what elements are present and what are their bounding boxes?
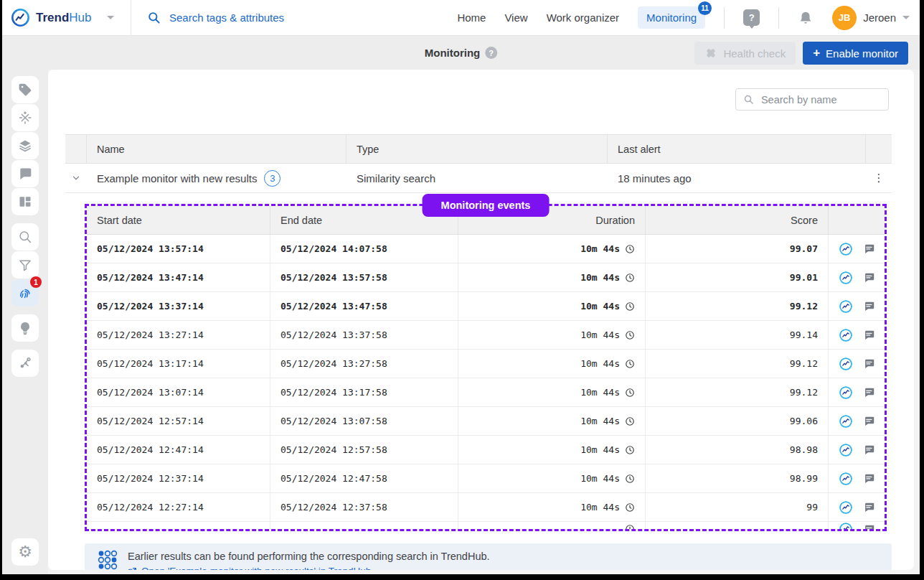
search-icon xyxy=(18,230,32,244)
comment-button[interactable] xyxy=(864,386,876,398)
clock-icon xyxy=(625,388,635,398)
comment-button[interactable] xyxy=(864,472,876,485)
brand-caret-icon[interactable] xyxy=(107,16,114,19)
comment-button[interactable] xyxy=(864,501,876,513)
clock-icon xyxy=(625,330,635,340)
open-trend-button[interactable] xyxy=(839,522,853,529)
sidebar-item-ideas[interactable] xyxy=(11,314,39,342)
monitor-name-cell: Example monitor with new results 3 xyxy=(87,164,346,192)
sidebar-item-layers[interactable] xyxy=(11,132,39,159)
divider xyxy=(778,7,779,29)
enable-monitor-button[interactable]: + Enable monitor xyxy=(803,42,908,65)
event-actions xyxy=(829,493,885,521)
event-score: 99.12 xyxy=(646,350,829,378)
global-search-input[interactable] xyxy=(168,11,326,24)
sidebar-item-transform[interactable] xyxy=(11,104,39,131)
event-end-date: 05/12/2024 12:37:58 xyxy=(270,493,458,521)
event-start-date: 05/12/2024 13:17:14 xyxy=(87,350,270,378)
event-start-date xyxy=(87,522,270,529)
comment-button[interactable] xyxy=(864,243,876,255)
monitor-search-input[interactable] xyxy=(760,93,881,106)
chevron-down-icon xyxy=(71,173,81,183)
comment-icon xyxy=(864,415,876,427)
trend-chart-icon xyxy=(839,271,853,285)
open-trend-button[interactable] xyxy=(839,271,853,285)
help-icon[interactable]: ? xyxy=(743,9,760,26)
plus-icon: + xyxy=(813,46,820,60)
comment-button[interactable] xyxy=(864,271,876,284)
nav-work-organizer[interactable]: Work organizer xyxy=(547,11,619,24)
nav-monitoring[interactable]: Monitoring11 xyxy=(638,6,705,29)
open-trend-button[interactable] xyxy=(839,472,853,486)
sidebar-item-settings[interactable]: ⚙ xyxy=(11,538,39,566)
comment-icon xyxy=(18,167,32,181)
clock-icon xyxy=(625,416,635,426)
dashboard-icon xyxy=(18,195,32,209)
sidebar-item-filter[interactable] xyxy=(11,251,39,279)
comment-button[interactable] xyxy=(864,444,876,456)
open-trend-button[interactable] xyxy=(839,385,853,400)
event-end-date: 05/12/2024 13:17:58 xyxy=(270,378,458,406)
row-expander[interactable] xyxy=(65,164,87,192)
open-trend-button[interactable] xyxy=(839,443,853,457)
comment-button[interactable] xyxy=(864,329,876,341)
clock-icon xyxy=(625,474,635,484)
event-actions xyxy=(829,350,885,378)
health-check-button[interactable]: Health check xyxy=(694,42,796,65)
clock-icon xyxy=(625,524,635,529)
event-actions xyxy=(829,522,885,529)
row-kebab-menu[interactable]: ⋮ xyxy=(866,164,892,192)
event-duration: 10m 44s xyxy=(458,464,646,492)
duration-value: 10m 44s xyxy=(580,473,620,484)
external-link-icon xyxy=(128,567,137,571)
event-end-date: 05/12/2024 13:37:58 xyxy=(270,321,458,349)
comment-button[interactable] xyxy=(864,523,876,530)
event-duration: 10m 44s xyxy=(458,235,646,263)
event-duration: 10m 44s xyxy=(458,350,646,378)
monitor-row[interactable]: Example monitor with new results 3 Simil… xyxy=(65,164,892,193)
event-duration: 10m 44s xyxy=(458,292,646,320)
sidebar-item-dashboard[interactable] xyxy=(11,188,39,215)
nav-monitoring-label: Monitoring xyxy=(646,11,697,24)
monitor-search-field xyxy=(735,88,889,111)
nav-home[interactable]: Home xyxy=(457,11,486,24)
trend-chart-icon xyxy=(839,522,853,529)
event-row: 05/12/2024 13:37:14 05/12/2024 13:47:58 … xyxy=(87,292,885,321)
user-menu-caret-icon xyxy=(902,16,910,19)
open-trend-button[interactable] xyxy=(839,299,853,314)
search-icon xyxy=(147,11,161,24)
comment-button[interactable] xyxy=(864,415,876,427)
open-in-trendhub-link[interactable]: Open 'Example monitor with new results' … xyxy=(141,566,371,570)
comment-icon xyxy=(864,386,876,398)
event-start-date: 05/12/2024 12:37:14 xyxy=(87,464,270,492)
duration-value: 10m 44s xyxy=(580,387,620,398)
clock-icon xyxy=(625,244,635,254)
notifications-bell-icon[interactable] xyxy=(798,10,814,26)
monitor-type-cell: Similarity search xyxy=(346,164,608,192)
open-trend-button[interactable] xyxy=(839,242,853,256)
sidebar-item-tags[interactable] xyxy=(11,76,39,103)
user-menu[interactable]: JB Jeroen xyxy=(832,6,910,30)
sidebar-item-search[interactable] xyxy=(11,223,39,251)
event-row: 05/12/2024 12:57:14 05/12/2024 13:07:58 … xyxy=(87,407,885,436)
open-trend-button[interactable] xyxy=(839,500,853,515)
sidebar-item-comments[interactable] xyxy=(11,160,39,187)
open-trend-button[interactable] xyxy=(839,414,853,429)
nav-view[interactable]: View xyxy=(504,11,527,24)
user-name: Jeroen xyxy=(863,11,896,24)
sidebar-item-monitoring[interactable]: 1 xyxy=(11,279,39,307)
open-trend-button[interactable] xyxy=(839,328,853,342)
event-duration: 10m 44s xyxy=(458,378,646,406)
open-trend-button[interactable] xyxy=(839,357,853,371)
comment-button[interactable] xyxy=(864,300,876,312)
event-row: 05/12/2024 12:27:14 05/12/2024 12:37:58 … xyxy=(87,493,885,522)
tag-icon xyxy=(18,83,32,97)
fingerprint-icon xyxy=(18,286,32,300)
comment-button[interactable] xyxy=(864,357,876,370)
title-help-icon[interactable]: ? xyxy=(485,47,497,59)
monitoring-events-region: Monitoring events Start date End date Du… xyxy=(85,204,887,531)
brand-logo[interactable]: TrendHub xyxy=(2,0,131,35)
sidebar-item-graph[interactable] xyxy=(11,350,39,377)
comment-icon xyxy=(864,300,876,312)
app-window: TrendHub Home View Work organizer Monito… xyxy=(2,0,920,574)
